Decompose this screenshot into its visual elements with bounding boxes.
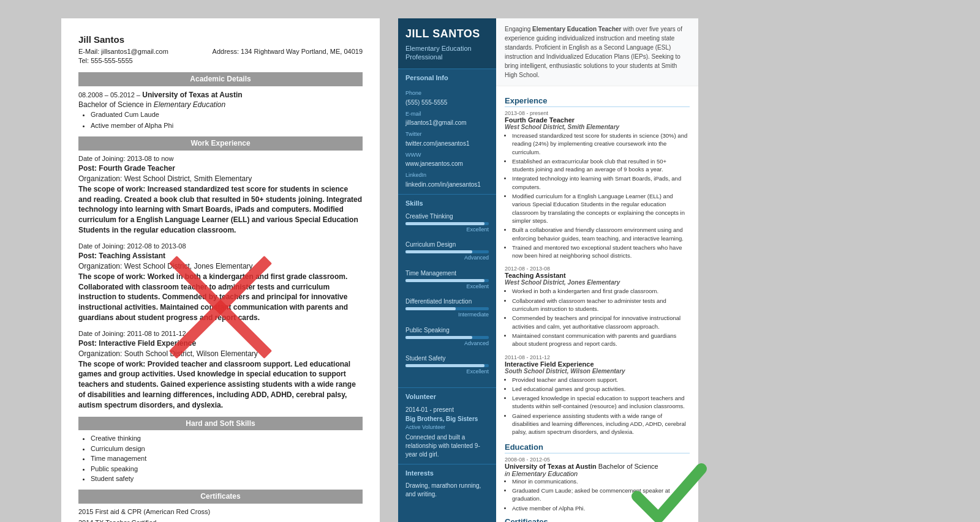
tel-line: Tel: 555-555-5555 xyxy=(78,56,168,65)
certs-title-right: Certificates xyxy=(505,517,690,522)
work-entry-2: Date of Joining: 2012-08 to 2013-08 Post… xyxy=(78,242,363,323)
degree-text: Bachelor of Science in Elementary Educat… xyxy=(78,100,363,110)
sidebar-name: JILL SANTOS xyxy=(405,28,489,40)
edu-right-1: 2008-08 - 2012-05 University of Texas at… xyxy=(505,457,690,512)
personal-info-title: Personal Info xyxy=(398,69,496,84)
sidebar-title: Elementary Education Professional xyxy=(405,44,489,62)
interests-content: Drawing, marathon running, and writing. xyxy=(398,479,496,504)
contact-row: E-Mail: jillsantos1@gmail.com Tel: 555-5… xyxy=(78,47,363,66)
cert-2: 2014 TX Teacher Certified xyxy=(78,518,363,522)
page-container: Jill Santos E-Mail: jillsantos1@gmail.co… xyxy=(61,18,919,522)
skill-time-management: Time Management Excellent xyxy=(405,269,489,291)
right-main: Engaging Elementary Education Teacher wi… xyxy=(496,18,698,522)
academic-header: Academic Details xyxy=(78,72,363,86)
work-header: Work Experience xyxy=(78,136,363,151)
volunteer-content: 2014-01 - present Big Brothers, Big Sist… xyxy=(398,403,496,464)
skills-content: Creative Thinking Excellent Curriculum D… xyxy=(398,209,496,387)
left-name: Jill Santos xyxy=(78,33,363,46)
skills-list: Creative thinking Curriculum design Time… xyxy=(91,434,363,483)
resume-left: Jill Santos E-Mail: jillsantos1@gmail.co… xyxy=(61,18,380,522)
education-title: Education xyxy=(505,442,690,453)
skill-differentiated-instruction: Differentiated Instruction Intermediate xyxy=(405,297,489,319)
skill-student-safety: Student Safety Excellent xyxy=(405,354,489,376)
skill-public-speaking: Public Speaking Advanced xyxy=(405,326,489,348)
skills-header: Hard and Soft Skills xyxy=(78,417,363,431)
exp-entry-3: 2011-08 - 2011-12 Interactive Field Expe… xyxy=(505,354,690,436)
work-entry-1: Date of Joining: 2013-08 to now Post: Fo… xyxy=(78,154,363,236)
skill-creative-thinking: Creative Thinking Excellent xyxy=(405,212,489,234)
summary-bar: Engaging Elementary Education Teacher wi… xyxy=(496,18,698,86)
email-line: E-Mail: jillsantos1@gmail.com xyxy=(78,47,168,56)
work-entry-3: Date of Joining: 2011-08 to 2011-12 Post… xyxy=(78,329,363,411)
right-sidebar: JILL SANTOS Elementary Education Profess… xyxy=(398,18,496,522)
sidebar-header: JILL SANTOS Elementary Education Profess… xyxy=(398,18,496,69)
interests-title-sidebar: Interests xyxy=(398,464,496,479)
main-content: Experience 2013-08 - present Fourth Grad… xyxy=(496,86,698,522)
experience-title: Experience xyxy=(505,96,690,107)
exp-entry-1: 2013-08 - present Fourth Grade Teacher W… xyxy=(505,110,690,259)
volunteer-title-sidebar: Volunteer xyxy=(398,387,496,403)
resume-right-wrapper: JILL SANTOS Elementary Education Profess… xyxy=(398,18,698,522)
personal-info-content: Phone (555) 555-5555 E-mail jillsantos1@… xyxy=(398,84,496,194)
skill-curriculum-design: Curriculum Design Advanced xyxy=(405,240,489,263)
school-name: University of Texas at Austin xyxy=(142,91,242,99)
address-line: Address: 134 Rightward Way Portland, ME,… xyxy=(213,47,363,56)
certs-header: Certificates xyxy=(78,490,363,504)
edu-bullets: Graduated Cum Laude Active member of Alp… xyxy=(91,110,363,130)
skills-title-sidebar: Skills xyxy=(398,194,496,209)
resume-right: JILL SANTOS Elementary Education Profess… xyxy=(398,18,698,522)
edu-item: 08.2008 – 05.2012 – University of Texas … xyxy=(78,90,363,130)
cert-1: 2015 First aid & CPR (American Red Cross… xyxy=(78,507,363,516)
exp-entry-2: 2012-08 - 2013-08 Teaching Assistant Wes… xyxy=(505,266,690,348)
